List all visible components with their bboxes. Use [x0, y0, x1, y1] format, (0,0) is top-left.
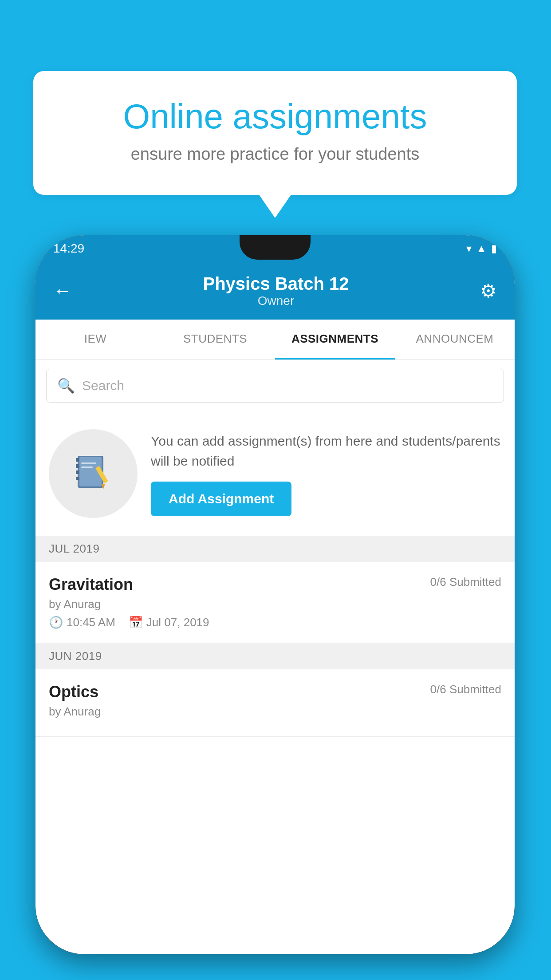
speech-bubble-container: Online assignments ensure more practice … [33, 71, 517, 195]
assignment-status: 0/6 Submitted [430, 575, 501, 589]
tab-bar: IEW STUDENTS ASSIGNMENTS ANNOUNCEM [35, 320, 515, 360]
svg-rect-6 [81, 462, 96, 464]
assignment-gravitation[interactable]: Gravitation 0/6 Submitted by Anurag 🕐 10… [35, 562, 515, 643]
speech-bubble: Online assignments ensure more practice … [33, 71, 517, 195]
assignment-date: 📅 Jul 07, 2019 [129, 616, 209, 629]
assignment-optics-header-row: Optics 0/6 Submitted [49, 683, 501, 701]
tab-assignments[interactable]: ASSIGNMENTS [275, 320, 395, 360]
search-bar[interactable]: 🔍 Search [46, 369, 504, 403]
assignment-meta: 🕐 10:45 AM 📅 Jul 07, 2019 [49, 616, 501, 629]
wifi-icon: ▾ [466, 242, 472, 255]
clock-icon: 🕐 [49, 616, 63, 629]
assignment-optics[interactable]: Optics 0/6 Submitted by Anurag [35, 669, 515, 737]
notebook-icon [73, 454, 113, 494]
promo-text: You can add assignment(s) from here and … [151, 431, 501, 471]
batch-title: Physics Batch 12 [203, 274, 349, 294]
phone-inner: 14:29 ▾ ▲ ▮ ← Physics Batch 12 Owner ⚙ I… [35, 235, 515, 954]
assignment-title: Gravitation [49, 575, 133, 594]
header-title-section: Physics Batch 12 Owner [203, 274, 349, 308]
status-time: 14:29 [53, 241, 84, 256]
search-icon: 🔍 [57, 377, 75, 394]
tab-students[interactable]: STUDENTS [155, 320, 275, 360]
promo-icon-circle [49, 429, 138, 518]
settings-icon[interactable]: ⚙ [480, 280, 497, 302]
tab-announcements[interactable]: ANNOUNCEM [395, 320, 515, 360]
promo-section: You can add assignment(s) from here and … [35, 411, 515, 536]
phone-screen: 14:29 ▾ ▲ ▮ ← Physics Batch 12 Owner ⚙ I… [35, 235, 515, 954]
tab-iew[interactable]: IEW [35, 320, 155, 360]
svg-rect-7 [81, 466, 93, 468]
batch-subtitle: Owner [203, 294, 349, 308]
phone-frame: 14:29 ▾ ▲ ▮ ← Physics Batch 12 Owner ⚙ I… [35, 235, 515, 954]
status-bar: 14:29 ▾ ▲ ▮ [35, 235, 515, 262]
month-jul-2019: JUL 2019 [35, 536, 515, 562]
assignment-optics-title: Optics [49, 683, 98, 701]
signal-icon: ▲ [476, 242, 487, 255]
app-header: ← Physics Batch 12 Owner ⚙ [35, 262, 515, 320]
back-button[interactable]: ← [53, 280, 72, 301]
assignment-header-row: Gravitation 0/6 Submitted [49, 575, 501, 594]
assignment-by: by Anurag [49, 597, 501, 611]
search-bar-container: 🔍 Search [35, 360, 515, 411]
month-jun-2019: JUN 2019 [35, 643, 515, 669]
promo-content: You can add assignment(s) from here and … [151, 431, 501, 516]
svg-rect-5 [76, 477, 79, 480]
svg-rect-2 [76, 458, 79, 462]
assignment-time: 🕐 10:45 AM [49, 616, 115, 629]
assignment-optics-status: 0/6 Submitted [430, 683, 501, 696]
notch [240, 235, 311, 260]
calendar-icon: 📅 [129, 616, 143, 629]
speech-bubble-subtitle: ensure more practice for your students [64, 145, 486, 164]
assignment-optics-by: by Anurag [49, 705, 501, 719]
add-assignment-button[interactable]: Add Assignment [151, 482, 291, 516]
svg-rect-4 [76, 470, 79, 474]
svg-rect-3 [76, 464, 79, 468]
speech-bubble-title: Online assignments [64, 98, 486, 136]
battery-icon: ▮ [491, 242, 497, 255]
status-icons: ▾ ▲ ▮ [466, 242, 497, 255]
content-area: 🔍 Search [35, 360, 515, 933]
search-placeholder: Search [82, 378, 124, 393]
